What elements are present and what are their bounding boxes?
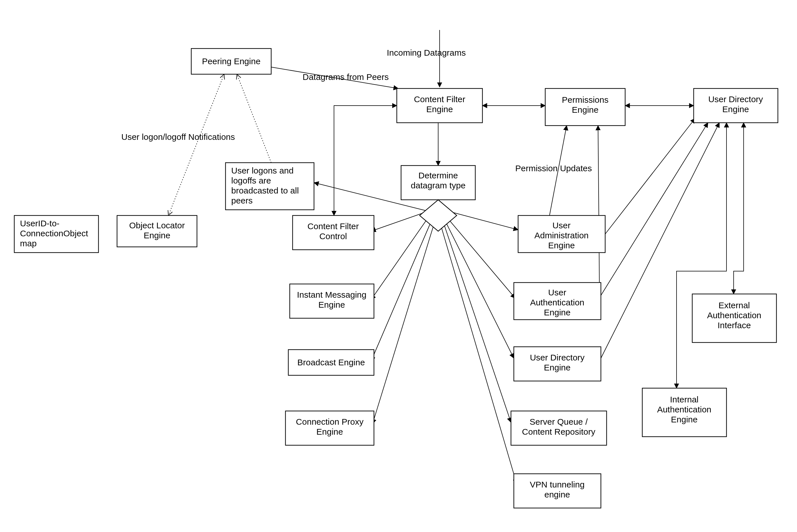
node-content-filter-control: Content Filter Control [292, 215, 374, 250]
edge-ude-extauth [734, 123, 744, 294]
edge-det-serverqueue [442, 220, 511, 422]
svg-text:Engine: Engine [722, 104, 749, 114]
edge-cfctrl-cfe [334, 106, 397, 215]
node-vpn-engine: VPN tunneling engine [514, 474, 601, 508]
svg-text:broadcasted to all: broadcasted to all [231, 186, 299, 195]
svg-text:Engine: Engine [426, 104, 453, 114]
svg-text:Determine: Determine [418, 171, 458, 180]
edge-det-broadcast [371, 218, 433, 361]
svg-text:Permissions: Permissions [562, 95, 608, 104]
peering-engine-label: Peering Engine [202, 57, 260, 66]
svg-text:Connection Proxy: Connection Proxy [296, 417, 364, 426]
node-content-filter-engine: Content Filter Engine [397, 89, 482, 123]
edge-det-cfctrl [371, 211, 428, 231]
svg-text:User Directory: User Directory [530, 353, 585, 362]
svg-text:Control: Control [319, 231, 347, 241]
node-broadcast-engine: Broadcast Engine [288, 349, 374, 375]
svg-text:User logons and: User logons and [231, 166, 293, 175]
svg-text:Engine: Engine [544, 308, 570, 317]
node-broadcast-note: User logons and logoffs are broadcasted … [226, 163, 314, 210]
edge-det-connproxy [373, 220, 435, 424]
svg-text:External: External [719, 301, 750, 310]
svg-text:peers: peers [231, 196, 253, 205]
edge-peering-objectlocator [168, 74, 224, 215]
node-determine-datagram-type: Determine datagram type [401, 166, 475, 231]
node-peering-engine: Peering Engine [191, 49, 271, 74]
svg-text:Engine: Engine [318, 300, 345, 309]
svg-text:Engine: Engine [544, 363, 570, 372]
label-incoming-datagrams: Incoming Datagrams [387, 48, 466, 57]
node-external-auth: External Authentication Interface [692, 294, 776, 342]
edge-det-ude2 [444, 218, 514, 358]
svg-text:Authentication: Authentication [530, 298, 584, 307]
node-permissions-engine: Permissions Engine [545, 89, 625, 126]
svg-text:Server Queue /: Server Queue / [530, 417, 588, 426]
edge-userauth-ude [601, 123, 708, 296]
node-instant-messaging: Instant Messaging Engine [290, 284, 374, 318]
edge-det-vpn [440, 221, 517, 484]
svg-text:Broadcast Engine: Broadcast Engine [298, 358, 365, 367]
node-object-locator: Object Locator Engine [117, 215, 197, 247]
svg-text:UserID-to-: UserID-to- [20, 218, 59, 228]
svg-text:VPN tunneling: VPN tunneling [530, 480, 585, 489]
svg-text:datagram type: datagram type [411, 180, 466, 190]
svg-text:Authentication: Authentication [707, 310, 761, 320]
svg-text:engine: engine [544, 490, 570, 499]
node-user-directory-engine-2: User Directory Engine [514, 347, 601, 381]
svg-text:Engine: Engine [548, 241, 575, 250]
architecture-diagram: Incoming Datagrams Datagrams from Peers … [0, 0, 797, 532]
label-permission-updates: Permission Updates [515, 164, 592, 173]
svg-text:Administration: Administration [534, 231, 589, 240]
svg-text:User Directory: User Directory [708, 94, 763, 104]
edge-broadcastnote-peering [237, 74, 271, 163]
svg-text:map: map [20, 239, 37, 248]
svg-text:User: User [548, 288, 566, 297]
svg-text:User: User [552, 221, 570, 230]
svg-text:Authentication: Authentication [657, 405, 711, 414]
svg-text:Object Locator: Object Locator [129, 221, 185, 230]
svg-text:Engine: Engine [572, 105, 598, 114]
node-internal-auth: Internal Authentication Engine [642, 388, 726, 437]
svg-text:Content Filter: Content Filter [307, 222, 359, 231]
node-user-auth-engine: User Authentication Engine [514, 283, 601, 320]
svg-text:logoffs are: logoffs are [231, 176, 271, 185]
svg-text:ConnectionObject: ConnectionObject [20, 229, 88, 238]
label-datagrams-from-peers: Datagrams from Peers [303, 72, 389, 82]
edge-useradmin-ude [605, 118, 695, 234]
svg-text:Engine: Engine [316, 427, 343, 436]
svg-text:Content Repository: Content Repository [522, 427, 595, 436]
svg-text:Content Filter: Content Filter [414, 94, 465, 104]
svg-text:Instant Messaging: Instant Messaging [297, 290, 366, 299]
node-userid-map: UserID-to- ConnectionObject map [14, 215, 98, 252]
node-user-admin-engine: User Administration Engine [518, 215, 605, 252]
svg-text:Engine: Engine [144, 231, 170, 240]
edge-det-userauth [445, 215, 515, 298]
label-user-logon-notif: User logon/logoff Notifications [121, 132, 235, 141]
edge-userauth-permissions [598, 126, 600, 292]
svg-text:Internal: Internal [670, 395, 699, 404]
node-user-directory-engine: User Directory Engine [694, 89, 778, 123]
edge-det-useradmin [448, 211, 518, 230]
svg-text:Engine: Engine [671, 415, 697, 424]
node-server-queue: Server Queue / Content Repository [511, 411, 607, 445]
node-connection-proxy: Connection Proxy Engine [285, 411, 374, 445]
svg-text:Interface: Interface [718, 321, 751, 330]
edge-ude-intauth [677, 123, 726, 388]
